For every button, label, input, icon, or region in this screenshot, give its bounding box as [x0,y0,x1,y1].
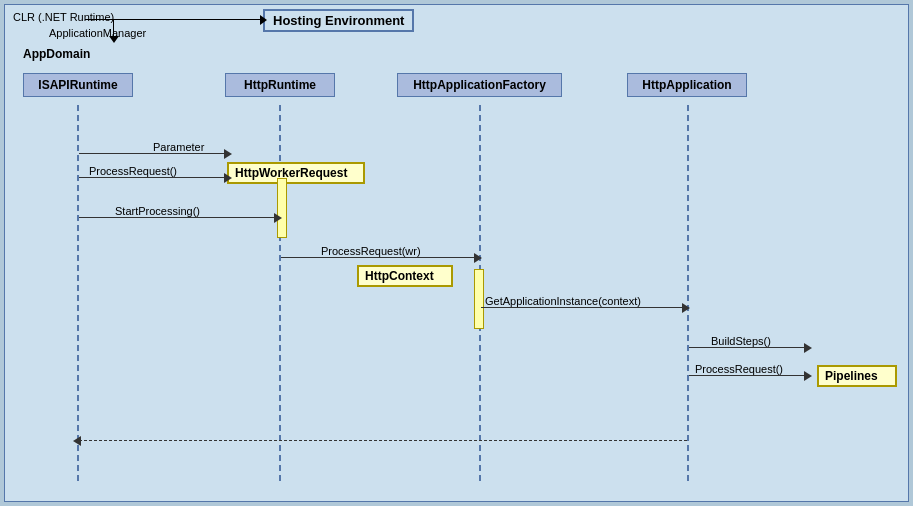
msg-processrequest-wr-arrow [474,253,482,263]
msg-parameter-label: Parameter [153,141,204,153]
return-arrowhead [73,436,81,446]
msg-processrequest2-line [689,375,807,376]
lifeline-httpruntime: HttpRuntime [225,73,335,97]
msg-processrequest1-arrow [224,173,232,183]
msg-processrequest2-label: ProcessRequest() [695,363,783,375]
msg-parameter-arrow [224,149,232,159]
msg-startprocessing-line [79,217,277,218]
msg-buildsteps-line [689,347,807,348]
msg-processrequest-wr-line [281,257,477,258]
return-arrow-line [79,440,687,441]
lifeline-isapi: ISAPIRuntime [23,73,133,97]
app-manager-label: ApplicationManager [49,27,146,39]
lifeline-isapi-line [77,105,79,481]
clr-arrow-line [85,19,263,20]
hosting-environment-box: Hosting Environment [263,9,414,32]
lifeline-httpapp: HttpApplication [627,73,747,97]
msg-getappinstance-label: GetApplicationInstance(context) [485,295,641,307]
lifeline-httpapp-line [687,105,689,481]
appmgr-arrowhead [109,36,119,43]
activation-httpcontext [474,269,484,329]
hosting-env-label: Hosting Environment [273,13,404,28]
activation-httpworkerrequest [277,178,287,238]
object-httpworkerrequest: HttpWorkerRequest [227,162,365,184]
msg-startprocessing-arrow [274,213,282,223]
object-httpcontext: HttpContext [357,265,453,287]
msg-parameter-line [79,153,227,154]
msg-processrequest1-line [79,177,227,178]
lifeline-factory: HttpApplicationFactory [397,73,562,97]
object-pipelines: Pipelines [817,365,897,387]
msg-processrequest1-label: ProcessRequest() [89,165,177,177]
msg-processrequest2-arrow [804,371,812,381]
msg-startprocessing-label: StartProcessing() [115,205,200,217]
msg-buildsteps-label: BuildSteps() [711,335,771,347]
clr-label: CLR (.NET Runtime) [13,11,114,23]
msg-processrequest-wr-label: ProcessRequest(wr) [321,245,421,257]
msg-getappinstance-arrow [682,303,690,313]
msg-buildsteps-arrow [804,343,812,353]
diagram-container: Hosting Environment CLR (.NET Runtime) A… [4,4,909,502]
msg-getappinstance-line [481,307,685,308]
app-domain-label: AppDomain [23,47,90,61]
clr-arrowhead [260,15,267,25]
